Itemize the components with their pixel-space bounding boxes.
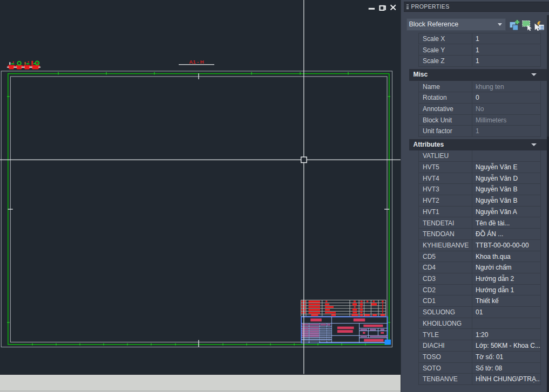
svg-text:A1 - H: A1 - H <box>189 59 204 65</box>
